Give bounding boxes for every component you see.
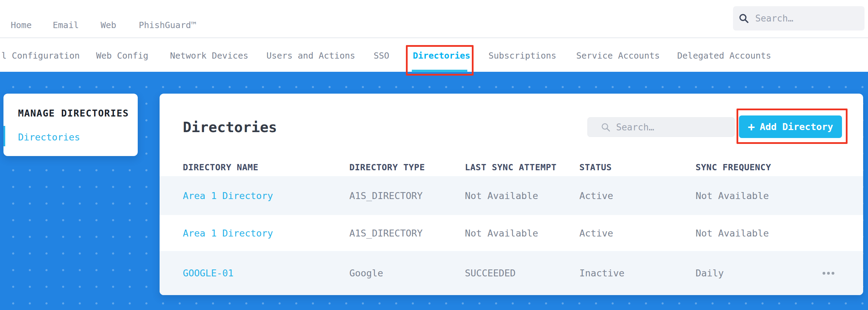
tab-email-configuration[interactable]: l Configuration (1, 51, 80, 61)
search-icon (739, 13, 749, 24)
topnav-item-email[interactable]: Email (53, 20, 79, 31)
directories-search-box[interactable] (587, 117, 735, 137)
sidebar-title: MANAGE DIRECTORIES (18, 108, 129, 119)
directory-type-cell: Google (349, 268, 465, 278)
last-sync-cell: Not Available (465, 228, 579, 239)
sync-frequency-cell: Not Available (696, 228, 817, 239)
table-body: Area 1 Directory A1S_DIRECTORY Not Avail… (160, 176, 863, 295)
manage-directories-card: MANAGE DIRECTORIES Directories (3, 94, 138, 156)
directory-type-cell: A1S_DIRECTORY (349, 228, 465, 239)
sync-frequency-cell: Not Available (696, 190, 817, 201)
page: Home Email Web PhishGuard™ l Configurati… (0, 0, 868, 310)
tab-service-accounts[interactable]: Service Accounts (576, 51, 660, 61)
top-nav: Home Email Web PhishGuard™ (0, 0, 868, 38)
tab-subscriptions[interactable]: Subscriptions (488, 51, 556, 61)
tab-directories[interactable]: Directories (413, 51, 470, 61)
tab-sso[interactable]: SSO (374, 51, 389, 61)
status-cell: Active (579, 190, 696, 201)
topnav-item-home[interactable]: Home (11, 20, 32, 31)
directory-name-link[interactable]: Area 1 Directory (183, 228, 349, 239)
topnav-item-phishguard[interactable]: PhishGuard™ (139, 20, 196, 31)
col-directory-name: DIRECTORY NAME (183, 162, 349, 172)
tab-network-devices[interactable]: Network Devices (170, 51, 248, 61)
last-sync-cell: SUCCEEDED (465, 268, 579, 278)
topnav-search-box[interactable] (733, 6, 865, 31)
directory-name-link[interactable]: Area 1 Directory (183, 190, 349, 201)
add-directory-button[interactable]: + Add Directory (739, 115, 842, 138)
page-title: Directories (183, 120, 277, 135)
directory-name-link[interactable]: GOOGLE-01 (183, 268, 349, 278)
col-status: STATUS (579, 162, 696, 172)
last-sync-cell: Not Available (465, 190, 579, 201)
tab-users-and-actions[interactable]: Users and Actions (266, 51, 355, 61)
sidebar-active-indicator (3, 126, 5, 146)
status-cell: Active (579, 228, 696, 239)
row-menu-icon[interactable] (823, 272, 834, 275)
topnav-search-input[interactable] (755, 13, 859, 24)
search-icon (601, 122, 611, 132)
col-directory-type: DIRECTORY TYPE (349, 162, 465, 172)
table-row: GOOGLE-01 Google SUCCEEDED Inactive Dail… (160, 251, 863, 295)
sync-frequency-cell: Daily (696, 268, 817, 278)
sidebar-item-directories[interactable]: Directories (18, 132, 80, 143)
tabs-nav: l Configuration Web Config Network Devic… (0, 39, 868, 72)
table-row: Area 1 Directory A1S_DIRECTORY Not Avail… (160, 215, 863, 251)
col-sync-frequency: SYNC FREQUENCY (696, 162, 817, 172)
col-last-sync-attempt: LAST SYNC ATTEMPT (465, 162, 579, 172)
directories-search-input[interactable] (616, 122, 729, 132)
table-row: Area 1 Directory A1S_DIRECTORY Not Avail… (160, 176, 863, 215)
directory-type-cell: A1S_DIRECTORY (349, 190, 465, 201)
topnav-item-web[interactable]: Web (101, 20, 116, 31)
tab-delegated-accounts[interactable]: Delegated Accounts (677, 51, 771, 61)
directories-card: Directories + Add Directory DIRECTORY NA… (160, 94, 863, 295)
status-cell: Inactive (579, 268, 696, 278)
table-header: DIRECTORY NAME DIRECTORY TYPE LAST SYNC … (160, 158, 863, 176)
add-directory-label: Add Directory (760, 121, 833, 132)
plus-icon: + (748, 121, 755, 133)
active-tab-underline (412, 70, 467, 72)
tab-web-config[interactable]: Web Config (96, 51, 148, 61)
